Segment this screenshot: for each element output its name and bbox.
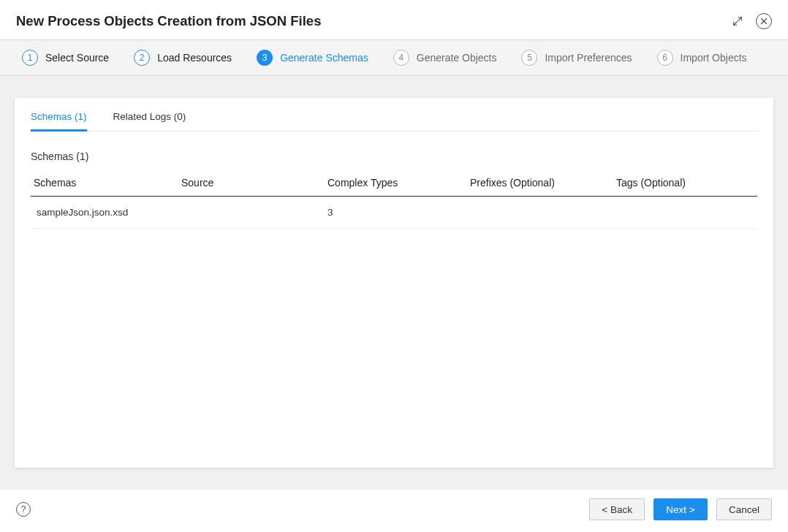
dialog-title: New Process Objects Creation from JSON F…	[16, 13, 321, 29]
table-cell	[177, 197, 323, 229]
header-actions	[730, 13, 772, 29]
wizard-step-1[interactable]: 1Select Source	[22, 50, 109, 66]
dialog-footer: ? < Back Next > Cancel	[0, 490, 788, 532]
column-header[interactable]: Prefixes (Optional)	[466, 171, 612, 197]
tab-1[interactable]: Related Logs (0)	[113, 102, 186, 131]
table-cell: 3	[323, 197, 466, 229]
wizard-step-3[interactable]: 3Generate Schemas	[257, 50, 368, 66]
dialog-body: Schemas (1)Related Logs (0) Schemas (1) …	[0, 76, 788, 490]
wizard-step-2[interactable]: 2Load Resources	[134, 50, 232, 66]
dialog: New Process Objects Creation from JSON F…	[0, 0, 788, 532]
cancel-button[interactable]: Cancel	[716, 498, 772, 520]
column-header[interactable]: Complex Types	[323, 171, 466, 197]
wizard-stepper: 1Select Source2Load Resources3Generate S…	[0, 40, 788, 76]
dialog-header: New Process Objects Creation from JSON F…	[0, 0, 788, 39]
step-number-icon: 5	[521, 50, 537, 66]
wizard-step-6[interactable]: 6Import Objects	[657, 50, 747, 66]
table-cell: sampleJson.json.xsd	[31, 197, 177, 229]
wizard-step-5[interactable]: 5Import Preferences	[521, 50, 632, 66]
help-button[interactable]: ?	[16, 502, 31, 517]
step-label: Import Objects	[681, 52, 747, 64]
step-label: Import Preferences	[545, 52, 632, 64]
step-label: Load Resources	[157, 52, 232, 64]
step-number-icon: 6	[657, 50, 673, 66]
table-cell	[612, 197, 757, 229]
footer-actions: < Back Next > Cancel	[589, 498, 772, 520]
table-cell	[466, 197, 612, 229]
step-label: Generate Schemas	[280, 52, 368, 64]
close-icon[interactable]	[756, 13, 772, 29]
column-header[interactable]: Source	[177, 171, 323, 197]
back-button[interactable]: < Back	[589, 498, 645, 520]
next-button[interactable]: Next >	[653, 498, 708, 520]
schemas-table: SchemasSourceComplex TypesPrefixes (Opti…	[31, 171, 757, 229]
tab-0[interactable]: Schemas (1)	[31, 102, 87, 132]
step-number-icon: 3	[257, 50, 273, 66]
table-row[interactable]: sampleJson.json.xsd3	[31, 197, 757, 229]
expand-icon[interactable]	[730, 13, 746, 29]
column-header[interactable]: Schemas	[31, 171, 177, 197]
step-number-icon: 2	[134, 50, 150, 66]
step-number-icon: 1	[22, 50, 38, 66]
step-label: Select Source	[45, 52, 109, 64]
step-label: Generate Objects	[417, 52, 497, 64]
wizard-step-4[interactable]: 4Generate Objects	[393, 50, 497, 66]
column-header[interactable]: Tags (Optional)	[612, 171, 757, 197]
tab-bar: Schemas (1)Related Logs (0)	[31, 102, 757, 132]
schemas-section-heading: Schemas (1)	[31, 151, 757, 162]
step-number-icon: 4	[393, 50, 409, 66]
content-card: Schemas (1)Related Logs (0) Schemas (1) …	[15, 98, 773, 468]
